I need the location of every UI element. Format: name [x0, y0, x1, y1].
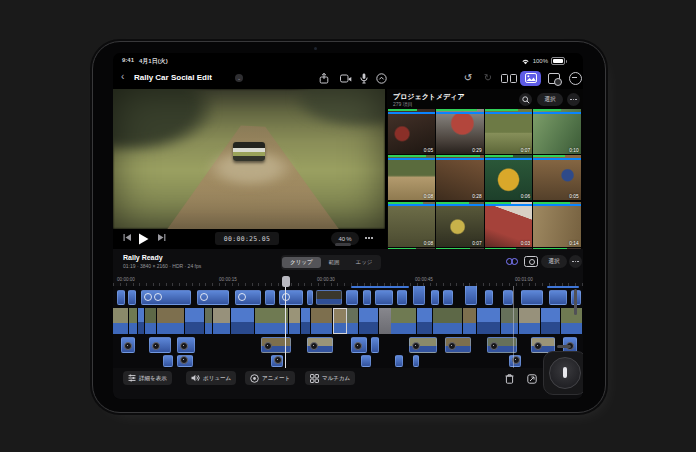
primary-clip[interactable]	[185, 308, 205, 334]
jog-wheel-panel[interactable]	[543, 351, 583, 395]
timeline-scrollbar[interactable]	[574, 289, 577, 315]
primary-clip[interactable]	[561, 308, 583, 334]
microphone-button[interactable]	[357, 71, 371, 85]
jog-wheel[interactable]	[549, 357, 581, 389]
show-details-button[interactable]: 詳細を表示	[123, 371, 172, 385]
primary-clip[interactable]	[205, 308, 213, 334]
media-thumbnail[interactable]: 0:08	[388, 202, 435, 247]
primary-clip[interactable]	[231, 308, 255, 334]
connected-audio-clip[interactable]	[307, 337, 333, 353]
connected-clip[interactable]	[128, 290, 136, 305]
tool-clip[interactable]: クリップ	[282, 257, 321, 268]
connected-clip[interactable]	[521, 290, 543, 305]
share-button[interactable]	[317, 71, 331, 85]
timecode-display[interactable]: 00:00:25.05	[215, 232, 279, 245]
playhead[interactable]	[285, 277, 286, 368]
primary-clip[interactable]	[213, 308, 231, 334]
connected-audio-clip[interactable]	[395, 355, 403, 367]
primary-clip[interactable]	[417, 308, 433, 334]
connected-clip[interactable]	[413, 286, 425, 305]
primary-clip[interactable]	[333, 308, 347, 334]
record-button[interactable]	[374, 71, 388, 85]
camera-button[interactable]	[339, 71, 353, 85]
redo-button[interactable]: ↻	[481, 71, 495, 85]
connected-audio-clip[interactable]	[149, 337, 171, 353]
connected-clip[interactable]	[443, 290, 453, 305]
primary-clip[interactable]	[138, 308, 145, 334]
primary-clip[interactable]	[541, 308, 561, 334]
media-thumbnail[interactable]: 0:14	[533, 202, 580, 247]
connected-audio-clip[interactable]	[409, 337, 437, 353]
connected-bar-clip[interactable]	[351, 286, 409, 288]
connected-audio-clip[interactable]	[271, 355, 283, 367]
media-more-button[interactable]	[567, 93, 580, 106]
tool-edge[interactable]: エッジ	[348, 257, 381, 268]
connected-clip[interactable]	[363, 290, 371, 305]
panel-drag-handle[interactable]	[335, 243, 351, 246]
multicam-button[interactable]: マルチカム	[305, 371, 355, 385]
connected-clip[interactable]	[465, 286, 477, 305]
volume-button[interactable]: ボリューム	[186, 371, 236, 385]
media-thumbnail[interactable]: 0:28	[436, 155, 483, 200]
media-select-button[interactable]: 選択	[537, 93, 563, 106]
connected-clip[interactable]	[346, 290, 358, 305]
connected-audio-clip[interactable]	[445, 337, 471, 353]
connected-audio-clip[interactable]	[413, 355, 419, 367]
primary-clip[interactable]	[477, 308, 501, 334]
primary-clip[interactable]	[519, 308, 541, 334]
connect-clips-button[interactable]	[503, 255, 521, 268]
primary-clip[interactable]	[157, 308, 185, 334]
connected-clip[interactable]	[503, 290, 513, 305]
more-circle-button[interactable]	[568, 71, 582, 85]
undo-button[interactable]: ↺	[461, 71, 475, 85]
primary-clip[interactable]	[501, 308, 519, 334]
connected-clip[interactable]	[549, 290, 567, 305]
timeline-select-button[interactable]: 選択	[541, 255, 567, 268]
search-button[interactable]	[519, 93, 532, 106]
skip-forward-button[interactable]	[157, 233, 166, 243]
connected-audio-clip[interactable]	[371, 337, 379, 353]
connected-audio-clip[interactable]	[261, 337, 291, 353]
animate-button[interactable]: アニメート	[245, 371, 295, 385]
primary-clip[interactable]	[347, 308, 359, 334]
primary-clip[interactable]	[391, 308, 417, 334]
primary-clip[interactable]	[145, 308, 157, 334]
connected-audio-clip[interactable]	[351, 337, 367, 353]
media-thumbnail[interactable]: 0:03	[485, 202, 532, 247]
media-thumbnail[interactable]: 0:05	[388, 109, 435, 154]
primary-clip[interactable]	[301, 308, 311, 334]
connected-clip[interactable]	[235, 290, 261, 305]
connected-clip[interactable]	[375, 290, 393, 305]
media-thumbnail[interactable]: 0:07	[436, 202, 483, 247]
media-thumbnail[interactable]: 0:05	[533, 155, 580, 200]
media-thumbnail[interactable]: 0:10	[533, 109, 580, 154]
connected-clip[interactable]	[279, 290, 303, 305]
connected-audio-clip[interactable]	[361, 355, 371, 367]
connected-clip[interactable]	[397, 290, 407, 305]
clone-button[interactable]	[547, 71, 561, 85]
connected-audio-clip[interactable]	[177, 355, 193, 367]
title-chevron-icon[interactable]: ⌄	[235, 74, 243, 82]
primary-clip[interactable]	[129, 308, 138, 334]
media-thumbnail[interactable]: 0:07	[485, 109, 532, 154]
primary-clip[interactable]	[433, 308, 463, 334]
media-thumbnail[interactable]: 0:29	[436, 109, 483, 154]
connected-clip[interactable]	[117, 290, 125, 305]
tool-range[interactable]: 範囲	[321, 257, 348, 268]
overwrite-button[interactable]	[525, 372, 538, 385]
connected-clip[interactable]	[316, 290, 342, 305]
primary-clip[interactable]	[113, 308, 129, 334]
media-thumbnail[interactable]: 0:06	[485, 155, 532, 200]
connected-audio-clip[interactable]	[509, 355, 521, 367]
primary-clip[interactable]	[463, 308, 477, 334]
connected-bar-clip[interactable]	[547, 286, 579, 288]
viewer-more-button[interactable]	[365, 237, 373, 239]
dual-pane-button[interactable]	[502, 71, 516, 85]
timeline-more-button[interactable]	[569, 255, 582, 268]
jog-wheel-toggle-button[interactable]	[523, 255, 539, 268]
delete-button[interactable]	[503, 372, 516, 385]
connected-audio-clip[interactable]	[121, 337, 135, 353]
connected-clip[interactable]	[307, 290, 313, 305]
play-button[interactable]	[138, 233, 149, 246]
connected-audio-clip[interactable]	[163, 355, 173, 367]
